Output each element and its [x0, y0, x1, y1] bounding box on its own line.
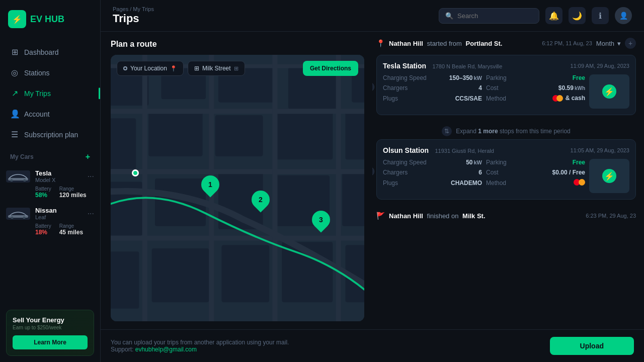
sidebar-item-my-trips[interactable]: ↗ My Trips	[4, 83, 96, 103]
chargers-value-2: 6	[478, 169, 482, 176]
add-trip-button[interactable]: +	[625, 38, 636, 49]
expand-stops-button[interactable]: ⇅ Expand 1 more stops from this time per…	[376, 123, 636, 139]
location-icon: 📍	[170, 65, 177, 72]
sidebar-item-label: Subscription plan	[24, 131, 78, 139]
station-time-1: 11:09 AM, 29 Aug, 2023	[571, 63, 629, 69]
station-addr-2: 11931 Giusti Rd, Herald	[435, 148, 494, 154]
subscription-icon: ☰	[10, 130, 19, 139]
map-pin-3[interactable]: 3	[312, 211, 330, 229]
dark-mode-button[interactable]: 🌙	[569, 7, 586, 24]
method-label-2: Method	[486, 179, 506, 187]
map-grid-icon: ⊞	[194, 65, 199, 72]
page-title: Trips	[113, 12, 439, 25]
support-email-link[interactable]: evhubhelp@gmail.com	[135, 346, 197, 353]
svg-rect-32	[142, 55, 147, 321]
car-image-nissan	[6, 208, 30, 220]
sidebar-item-subscription[interactable]: ☰ Subscription plan	[4, 125, 96, 144]
cost-label-2: Cost	[486, 169, 499, 176]
map-pin-1[interactable]: 1	[201, 175, 219, 194]
parking-label-2: Parking	[486, 159, 507, 166]
plugs-value-2: CHADEMO	[451, 179, 482, 187]
car-item-tesla[interactable]: Tesla Model X ··· Battery 58% Range 120 …	[0, 165, 100, 203]
svg-rect-22	[342, 172, 364, 226]
notifications-button[interactable]: 🔔	[545, 7, 562, 24]
sidebar-item-label: Stations	[24, 69, 50, 77]
station-addr-1: 1780 N Beale Rd, Marysville	[433, 63, 503, 69]
expand-text: Expand 1 more stops from this time perio…	[456, 128, 570, 135]
range-label: Range	[59, 186, 87, 192]
map-pin-2[interactable]: 2	[252, 191, 270, 209]
car-image-tesla	[6, 170, 30, 183]
logo-text: EV HUB	[30, 14, 64, 25]
svg-rect-15	[215, 115, 263, 156]
trip-start-time: 6:12 PM, 11 Aug, 23	[542, 40, 592, 46]
account-icon: 👤	[10, 109, 19, 119]
sidebar-item-stations[interactable]: ◎ Stations	[4, 63, 96, 82]
stop-number-2: 2	[372, 166, 374, 176]
charging-speed-label-1: Charging Speed	[383, 74, 427, 81]
destination-input[interactable]: ⊞ Milk Street ⊞	[188, 61, 245, 76]
charging-speed-label-2: Charging Speed	[383, 159, 427, 166]
parking-label-1: Parking	[486, 74, 507, 81]
chargers-value-1: 4	[478, 84, 482, 92]
bottom-info: You can upload your trips from another a…	[111, 339, 542, 353]
svg-rect-35	[336, 55, 341, 321]
svg-rect-24	[152, 248, 209, 302]
svg-rect-25	[221, 245, 269, 303]
car-more-button-tesla[interactable]: ···	[88, 172, 94, 181]
svg-rect-16	[276, 109, 333, 159]
sidebar: ⚡ EV HUB ⊞ Dashboard ◎ Stations ↗ My Tri…	[0, 0, 101, 362]
avatar[interactable]: 👤	[615, 7, 632, 24]
help-icon: ℹ	[599, 11, 602, 21]
destination-label: Milk Street	[202, 65, 231, 72]
my-cars-section: My Cars +	[0, 144, 100, 165]
car-more-button-nissan[interactable]: ···	[88, 209, 94, 218]
location-label: Your Location	[130, 65, 167, 72]
sidebar-item-dashboard[interactable]: ⊞ Dashboard	[4, 42, 96, 62]
cost-value-2: $0.00 / Free	[552, 169, 585, 176]
stop-number-1: 1	[372, 82, 374, 92]
sidebar-item-label: Account	[24, 110, 50, 118]
parking-value-2: Free	[573, 159, 585, 166]
sidebar-item-account[interactable]: 👤 Account	[4, 104, 96, 124]
station-wrapper-1: 1 Tesla Station 1780 N Beale Rd, Marysvi…	[376, 55, 636, 119]
station-time-2: 11:05 AM, 29 Aug, 2023	[571, 147, 629, 153]
station-card-1: Tesla Station 1780 N Beale Rd, Marysvill…	[376, 55, 636, 115]
plugs-label-1: Plugs	[383, 95, 398, 102]
car-item-nissan[interactable]: Nissan Leaf ··· Battery 18% Range 45 mil…	[0, 203, 100, 240]
svg-rect-29	[111, 169, 364, 174]
location-input[interactable]: Your Location 📍	[117, 61, 184, 76]
add-car-button[interactable]: +	[86, 152, 90, 161]
sell-subtitle: Earn up to $250/week	[13, 325, 88, 330]
help-button[interactable]: ℹ	[592, 7, 609, 24]
method-value-1: & cash	[552, 95, 585, 103]
upload-button[interactable]: Upload	[550, 337, 634, 355]
moon-icon: 🌙	[572, 11, 582, 21]
parking-value-1: Free	[573, 74, 585, 81]
start-flag-icon: 📍	[376, 39, 385, 47]
trip-header: 📍 Nathan Hill started from Portland St. …	[376, 32, 636, 55]
learn-more-button[interactable]: Learn More	[13, 335, 88, 349]
map-controls: Your Location 📍 ⊞ Milk Street ⊞ Get Dire…	[117, 61, 358, 76]
search-bar[interactable]: 🔍	[439, 8, 539, 24]
svg-rect-28	[111, 109, 364, 114]
car-model-tesla: Model X	[35, 177, 83, 183]
station-name-2: Olsun Station	[383, 146, 429, 154]
month-selector[interactable]: Month ▾	[596, 40, 621, 47]
cost-value-1: $0.59kWh	[558, 84, 585, 92]
svg-rect-34	[272, 55, 277, 321]
range-value-tesla: 120 miles	[59, 192, 87, 199]
station-name-1: Tesla Station	[383, 62, 426, 70]
content-area: Plan a route	[101, 32, 644, 329]
search-input[interactable]	[457, 12, 533, 20]
bell-icon: 🔔	[549, 11, 559, 21]
svg-rect-23	[111, 251, 139, 309]
bottom-panel: You can upload your trips from another a…	[101, 329, 644, 362]
get-directions-button[interactable]: Get Directions	[303, 61, 358, 76]
station-lightning-icon-2: ⚡	[602, 169, 616, 183]
svg-rect-13	[111, 118, 136, 169]
battery-value-tesla: 58%	[35, 192, 51, 199]
map-container: Your Location 📍 ⊞ Milk Street ⊞ Get Dire…	[111, 55, 364, 321]
method-value-2	[574, 179, 585, 187]
finish-flag-icon: 🚩	[376, 212, 385, 220]
